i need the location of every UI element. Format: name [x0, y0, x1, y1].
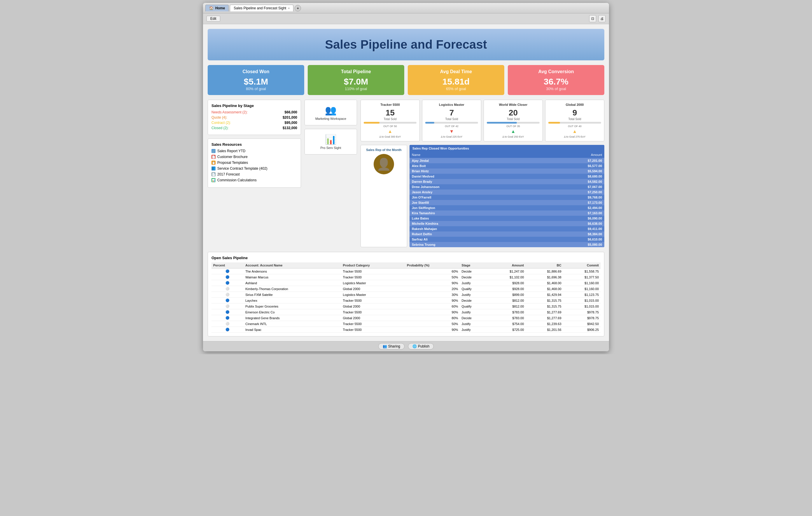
col-product: Product Category — [341, 262, 405, 269]
edit-button[interactable]: Edit — [206, 16, 220, 22]
tracker-worldwide-goal: Δ to Goal 250 EoY — [487, 135, 540, 138]
resource-item[interactable]: 📄Customer Brochure — [211, 155, 297, 159]
cw-amount: $7,163.00 — [579, 211, 602, 215]
table-row: ⚪ Sirius FXM Satelite Logistics Master 3… — [211, 292, 601, 298]
resource-label: Customer Brochure — [217, 155, 248, 159]
cell-stage: Decide — [460, 274, 488, 280]
tab-home[interactable]: 🏠 Home — [205, 5, 229, 11]
cw-name: Ajay Jindal — [412, 159, 579, 162]
cell-product: Global 2000 — [341, 303, 405, 309]
cell-amount: $783.00 — [488, 315, 526, 321]
cell-bc: $1,315.75 — [526, 298, 563, 303]
cell-probability: 20% — [405, 286, 460, 292]
cell-account: Invad Spac — [243, 327, 341, 333]
closed-won-rows: Ajay Jindal$7,201.00 Alex Boit$6,577.00 … — [409, 158, 604, 247]
kpi-avg-conversion-sub: 30% of goal — [513, 87, 600, 91]
kpi-total-pipeline-label: Total Pipeline — [312, 69, 400, 74]
table-row: 🔵 Waiman Marcus Tracker 5500 50% Decide … — [211, 274, 601, 280]
sales-rep-title: Sales Rep of the Month — [364, 148, 404, 152]
resource-item[interactable]: 🔗Sales Report YTD — [211, 149, 297, 153]
cell-bc: $1,429.94 — [526, 292, 563, 298]
tracker-logistics-name: Logistics Master — [425, 103, 478, 107]
cell-account: Kimberly-Thomas Corporation — [243, 286, 341, 292]
cw-amount: $7,201.00 — [579, 159, 602, 162]
col-account: Account: Account Name — [243, 262, 341, 269]
tracker-5500-goal: Δ to Goal 300 EoY — [364, 135, 416, 138]
titlebar: 🏠 Home Sales Pipeline and Forecast Sight… — [203, 3, 609, 13]
cw-row: Daniel Medved$8,680.00 — [409, 174, 604, 179]
sharing-button[interactable]: 👥 Sharing — [378, 343, 405, 350]
cw-name: Drew Johansnson — [412, 185, 579, 189]
cell-stage: Qualify — [460, 303, 488, 309]
kpi-closed-won-sub: 80% of goal — [212, 87, 299, 91]
cell-amount: $899.00 — [488, 292, 526, 298]
open-pipeline-title: Open Sales Pipeline — [211, 256, 601, 260]
tab-close-icon[interactable]: × — [288, 7, 290, 10]
kpi-avg-deal-sub: 65% of goal — [412, 87, 500, 91]
table-row: 🔵 Laychex Tracker 5500 90% Decide $812.0… — [211, 298, 601, 303]
cell-probability: 90% — [405, 280, 460, 286]
table-header-row: Percent Account: Account Name Product Ca… — [211, 262, 601, 269]
cw-name: Kira Tamashiro — [412, 211, 579, 215]
stage-needs-value: $66,000 — [285, 110, 297, 114]
stage-contract-label: Contract (2): — [211, 121, 231, 125]
tracker-5500-num: 15 — [364, 108, 416, 118]
resource-item[interactable]: 📄2017 Forecast — [211, 172, 297, 176]
tracker-worldwide: World Wide Closer 20 Total Sold OUT OF 3… — [484, 100, 543, 142]
monitor-icon[interactable]: ⊡ — [589, 15, 596, 22]
table-row: ⚪ Cinemark INTL Tracker 5500 50% Justify… — [211, 321, 601, 327]
marketing-workspace-widget[interactable]: 👥 Marketing Workspace — [304, 100, 357, 125]
tracker-global-label: Total Sold — [548, 118, 601, 121]
marketing-icon: 👥 — [310, 105, 352, 116]
cell-amount: $812.00 — [488, 303, 526, 309]
cw-amount: $6,610.00 — [579, 238, 602, 241]
cw-row: Joe Stanfill$7,173.00 — [409, 200, 604, 205]
tab-add-button[interactable]: + — [295, 5, 301, 11]
header-banner: Sales Pipeline and Forecast — [208, 29, 604, 60]
cw-name: Michelle Kimihira — [412, 222, 579, 225]
cell-stage: Justify — [460, 292, 488, 298]
cell-account: Publix Super Groceries — [243, 303, 341, 309]
cell-percent: ⚪ — [211, 286, 243, 292]
publish-button[interactable]: 🌐 Publish — [408, 343, 434, 350]
cw-name: Brian Hintz — [412, 170, 579, 173]
sales-rep-card: Sales Rep of the Month 👤 — [360, 145, 407, 247]
sales-rep-avatar: 👤 — [377, 157, 391, 171]
cw-name: Alex Boit — [412, 164, 579, 168]
cw-row: Luke Bates$6,090.00 — [409, 216, 604, 221]
tracker-global-bar-fill — [548, 122, 560, 124]
tracker-worldwide-bar-bg — [487, 122, 540, 124]
cell-stage: Justify — [460, 321, 488, 327]
stage-quote-label: Quote (4): — [211, 116, 227, 120]
cell-amount: $783.00 — [488, 309, 526, 315]
cell-account: Emerson Electric Co — [243, 309, 341, 315]
cell-bc: $1,886.69 — [526, 269, 563, 274]
app-window: 🏠 Home Sales Pipeline and Forecast Sight… — [203, 3, 609, 351]
cw-row: Sebrina Truong$5,080.00 — [409, 242, 604, 247]
left-panel: Sales Pipeline by Stage Needs Assessment… — [208, 100, 301, 247]
cw-name: Darren Brady — [412, 180, 579, 183]
kpi-avg-deal-value: 15.81d — [412, 77, 500, 87]
cw-amount: $5,594.00 — [579, 170, 602, 173]
cell-bc: $1,468.00 — [526, 280, 563, 286]
resource-item[interactable]: 📘Service Contract Template (402) — [211, 166, 297, 171]
cell-probability: 90% — [405, 298, 460, 303]
trackers-row: Tracker 5500 15 Total Sold OUT OF 50 ▲ Δ… — [360, 100, 604, 142]
pro-serv-label: Pro Serv Sight — [310, 146, 352, 150]
home-icon: 🏠 — [209, 6, 213, 10]
cw-row: Michelle Kimihira$6,638.00 — [409, 221, 604, 226]
kpi-avg-conversion-label: Avg Conversion — [513, 69, 600, 74]
tab-active[interactable]: Sales Pipeline and Forecast Sight × — [230, 5, 293, 11]
cw-amount: $7,067.00 — [579, 185, 602, 189]
cell-percent: ⚪ — [211, 292, 243, 298]
pro-serv-widget[interactable]: 📊 Pro Serv Sight — [304, 129, 357, 154]
cell-amount: $725.00 — [488, 327, 526, 333]
resource-item[interactable]: 📊Commission Calculations — [211, 178, 297, 182]
cell-product: Global 2000 — [341, 315, 405, 321]
cell-amount: $812.00 — [488, 298, 526, 303]
print-icon[interactable]: 🖨 — [599, 15, 606, 22]
cell-product: Tracker 5500 — [341, 269, 405, 274]
closed-won-col-headers: Name Amount — [409, 152, 604, 158]
resource-item[interactable]: 📋Proposal Templates — [211, 161, 297, 165]
cw-row: Sarfraz Ali$6,610.00 — [409, 237, 604, 242]
